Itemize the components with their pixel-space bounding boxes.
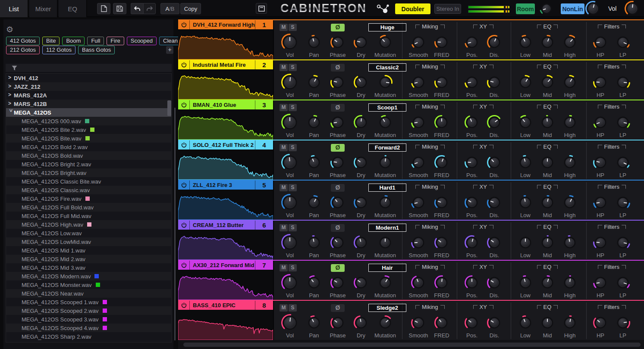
knob-hp[interactable] bbox=[593, 115, 608, 132]
knob-fred[interactable] bbox=[434, 115, 449, 132]
knob-dis[interactable] bbox=[487, 115, 502, 132]
knob-lp[interactable] bbox=[615, 275, 631, 292]
knob-fred[interactable] bbox=[434, 195, 449, 212]
knob-pan[interactable] bbox=[306, 75, 322, 92]
knob-dry[interactable] bbox=[353, 315, 369, 332]
preset-name[interactable]: Hard1 bbox=[368, 184, 406, 192]
knob-dry[interactable] bbox=[353, 195, 369, 212]
tree-file-row[interactable]: MEGA_412OS Classic.wav bbox=[6, 186, 171, 194]
tree-folder-row[interactable]: >MARS_412A bbox=[6, 91, 171, 100]
mute-button[interactable]: M bbox=[280, 184, 288, 191]
knob-hp[interactable] bbox=[593, 195, 608, 212]
mute-button[interactable]: M bbox=[280, 264, 288, 271]
knob-smooth[interactable] bbox=[411, 75, 426, 92]
tag-bite[interactable]: Bite bbox=[42, 37, 60, 45]
knob-vol[interactable] bbox=[281, 73, 299, 93]
knob-mutation[interactable] bbox=[377, 195, 393, 212]
add-tag-button[interactable]: + bbox=[166, 46, 173, 54]
tree-file-row[interactable]: MEGA_412OS Scooped 4.wav bbox=[6, 324, 171, 332]
knob-fred[interactable] bbox=[434, 75, 449, 92]
knob-mid[interactable] bbox=[540, 235, 555, 252]
preset-name[interactable]: Hair bbox=[368, 264, 406, 272]
knob-hp[interactable] bbox=[593, 315, 608, 332]
knob-mutation[interactable] bbox=[377, 275, 393, 292]
tree-file-row[interactable]: MEGA_412OS Near.wav bbox=[6, 289, 171, 298]
knob-hp[interactable] bbox=[593, 34, 608, 52]
knob-high[interactable] bbox=[562, 115, 578, 132]
phase-invert-button[interactable]: Ø bbox=[331, 184, 345, 192]
knob-mutation[interactable] bbox=[377, 34, 393, 52]
tree-file-row[interactable]: MEGA_412OS Bite 2.wav bbox=[6, 125, 171, 134]
solo-button[interactable]: S bbox=[289, 144, 297, 151]
knob-lp[interactable] bbox=[615, 115, 631, 132]
knob-phase[interactable] bbox=[330, 315, 346, 332]
tree-file-row[interactable]: MEGA_412OS Classic Bite.wav bbox=[6, 177, 171, 186]
preset-name[interactable]: Scoop1 bbox=[368, 103, 406, 112]
mute-button[interactable]: M bbox=[280, 304, 288, 312]
preset-name[interactable]: Modern1 bbox=[368, 224, 406, 232]
knob-lp[interactable] bbox=[615, 155, 631, 172]
knob-mid[interactable] bbox=[540, 155, 555, 172]
knob-mid[interactable] bbox=[540, 275, 555, 292]
knob-high[interactable] bbox=[562, 155, 578, 172]
knob-low[interactable] bbox=[518, 275, 533, 292]
nonlin-knob[interactable] bbox=[585, 0, 601, 19]
knob-mid[interactable] bbox=[540, 34, 555, 52]
knob-dry[interactable] bbox=[353, 115, 369, 132]
preset-name[interactable]: Sledge2 bbox=[368, 304, 406, 312]
channel-power-button[interactable] bbox=[178, 221, 190, 230]
mute-button[interactable]: M bbox=[280, 144, 288, 151]
tree-file-row[interactable]: MEGA_412OS Sharp 2.wav bbox=[6, 332, 171, 341]
channel-power-button[interactable] bbox=[178, 301, 190, 310]
tag-412-gotos[interactable]: 412 Gotos bbox=[6, 37, 40, 45]
stereo-in-toggle[interactable]: Stereo In bbox=[434, 4, 461, 14]
knob-lp[interactable] bbox=[615, 195, 631, 212]
knob-pan[interactable] bbox=[306, 195, 322, 212]
knob-pos[interactable] bbox=[464, 315, 480, 332]
tag-scooped[interactable]: Scooped bbox=[127, 37, 157, 45]
knob-pan[interactable] bbox=[306, 155, 322, 172]
knob-dis[interactable] bbox=[487, 75, 502, 92]
copy-button[interactable]: Copy bbox=[180, 3, 201, 14]
knob-pan[interactable] bbox=[306, 315, 322, 332]
knob-hp[interactable] bbox=[593, 235, 608, 252]
knob-low[interactable] bbox=[518, 75, 533, 92]
knob-smooth[interactable] bbox=[411, 155, 426, 172]
knob-fred[interactable] bbox=[434, 235, 449, 252]
knob-hp[interactable] bbox=[593, 275, 608, 292]
channel-power-button[interactable] bbox=[178, 100, 190, 109]
phase-invert-button[interactable]: Ø bbox=[331, 64, 345, 72]
knob-pos[interactable] bbox=[464, 34, 480, 52]
knob-mutation[interactable] bbox=[377, 235, 393, 252]
knob-smooth[interactable] bbox=[411, 235, 426, 252]
tree-file-row[interactable]: MEGA_412OS Full Bold.wav bbox=[6, 203, 171, 212]
phase-invert-button[interactable]: Ø bbox=[331, 144, 345, 152]
knob-smooth[interactable] bbox=[411, 275, 426, 292]
solo-button[interactable]: S bbox=[289, 64, 297, 71]
tree-file-row[interactable]: MEGA_412OS Bite.wav bbox=[6, 134, 171, 143]
knob-lp[interactable] bbox=[615, 315, 631, 332]
room-toggle[interactable]: Room bbox=[516, 3, 535, 14]
knob-high[interactable] bbox=[562, 315, 578, 332]
knob-hp[interactable] bbox=[593, 155, 608, 172]
knob-high[interactable] bbox=[562, 235, 578, 252]
knob-hp[interactable] bbox=[593, 75, 608, 92]
solo-button[interactable]: S bbox=[289, 304, 297, 312]
knob-phase[interactable] bbox=[330, 195, 346, 212]
ab-compare-button[interactable]: A/B bbox=[160, 3, 179, 14]
knob-high[interactable] bbox=[562, 75, 578, 92]
channel-power-button[interactable] bbox=[178, 181, 190, 190]
knob-smooth[interactable] bbox=[411, 115, 426, 132]
solo-button[interactable]: S bbox=[289, 24, 297, 31]
tag-112-gotos[interactable]: 112 Gotos bbox=[42, 46, 75, 54]
tree-file-row[interactable]: MEGA_412OS Mid 3.wav bbox=[6, 263, 171, 272]
solo-button[interactable]: S bbox=[289, 104, 297, 111]
tab-list[interactable]: List bbox=[0, 0, 28, 17]
preset-name[interactable]: Classic2 bbox=[368, 63, 406, 72]
tree-file-row[interactable]: MEGA_412OS Bold.wav bbox=[6, 151, 171, 160]
tree-file-row[interactable]: MEGA_412OS Scooped 1.wav bbox=[6, 298, 171, 306]
filter-bar[interactable] bbox=[6, 64, 172, 72]
tree-file-row[interactable]: MEGA_412OS 000.wav bbox=[6, 117, 171, 125]
knob-dry[interactable] bbox=[353, 75, 369, 92]
knob-fred[interactable] bbox=[434, 155, 449, 172]
